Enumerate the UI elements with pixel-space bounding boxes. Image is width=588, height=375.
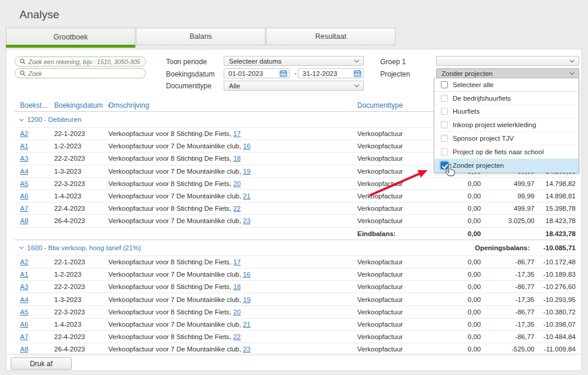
boekstuk-link[interactable]: A3 <box>20 155 28 162</box>
dropdown-item-label: Project op de fiets naar school <box>453 148 544 155</box>
boekstuk-cell: A8 <box>14 346 48 353</box>
tab-resultaat[interactable]: Resultaat <box>266 28 396 45</box>
chevron-down-icon <box>354 58 359 62</box>
invoice-number-link[interactable]: 21 <box>243 321 251 328</box>
boekstuk-link[interactable]: A8 <box>20 346 28 353</box>
account-search-input[interactable] <box>28 58 140 65</box>
documenttype-select[interactable]: Alle <box>224 81 364 91</box>
boekstuk-link[interactable]: A4 <box>20 168 28 175</box>
checkbox-icon[interactable] <box>441 95 448 102</box>
calendar-icon[interactable] <box>280 69 287 77</box>
checkbox-icon[interactable] <box>441 121 448 128</box>
boekstuk-link[interactable]: A6 <box>20 193 28 200</box>
invoice-number-link[interactable]: 20 <box>233 180 241 187</box>
group-title[interactable]: 1200 - Debiteuren <box>14 116 422 123</box>
debet-cell: 0,00 <box>422 333 481 340</box>
calendar-icon[interactable] <box>354 69 361 77</box>
tab-grootboek[interactable]: Grootboek <box>6 28 135 45</box>
omschrijving-cell: Verkoopfactuur voor 7 De Mountainlike cl… <box>102 296 351 303</box>
dropdown-item[interactable]: De bedrijfshuurfiets <box>434 92 579 105</box>
documenttype-cell: Verkoopfactuur <box>351 142 422 150</box>
dropdown-item[interactable]: Project op de fiets naar school <box>434 145 579 159</box>
invoice-number-link[interactable]: 18 <box>233 283 241 290</box>
credit-cell: -17,35 <box>481 321 534 328</box>
boekstuk-link[interactable]: A7 <box>20 205 28 212</box>
boekstuk-cell: A1 <box>14 271 48 278</box>
checkbox-icon[interactable] <box>441 108 448 115</box>
dropdown-item[interactable]: Inkoop project wielerkleding <box>434 118 579 132</box>
invoice-number-link[interactable]: 22 <box>233 205 241 212</box>
credit-cell: -86,77 <box>481 333 534 340</box>
column-header-documenttype[interactable]: Documenttype <box>351 101 422 109</box>
table-row: A722-4-2023Verkoopfactuur voor 8 Stichti… <box>14 331 576 343</box>
general-search-input[interactable] <box>28 70 140 77</box>
boekstuk-link[interactable]: A7 <box>20 333 28 340</box>
dropdown-item[interactable]: Huurfiets <box>434 105 579 119</box>
checkbox-icon[interactable] <box>441 148 448 155</box>
boekstuk-link[interactable]: A5 <box>20 180 28 187</box>
date-to-input[interactable] <box>303 70 350 77</box>
dropdown-item-label: Zonder projecten <box>453 162 504 169</box>
debet-cell: 0,00 <box>422 193 481 200</box>
invoice-number-link[interactable]: 16 <box>243 142 251 150</box>
invoice-number-link[interactable]: 16 <box>243 271 251 278</box>
table-row: A722-4-2023Verkoopfactuur voor 8 Stichti… <box>14 203 576 215</box>
boekstuk-link[interactable]: A4 <box>20 296 28 303</box>
table-row: A522-3-2023Verkoopfactuur voor 8 Stichti… <box>14 306 576 318</box>
boekstuk-link[interactable]: A1 <box>20 142 28 150</box>
boekstuk-link[interactable]: A2 <box>20 130 28 137</box>
general-search-field[interactable] <box>15 68 146 78</box>
documenttype-cell: Verkoopfactuur <box>351 296 422 303</box>
documenttype-cell: Verkoopfactuur <box>351 346 422 353</box>
boekingsdatum-cell: 1-3-2023 <box>48 168 102 175</box>
column-header-omschrijving[interactable]: Omschrijving <box>102 101 351 109</box>
date-to-field[interactable] <box>298 68 364 78</box>
tab-balans[interactable]: Balans <box>136 28 265 45</box>
boekingsdatum-cell: 1-2-2023 <box>48 142 102 150</box>
boekstuk-link[interactable]: A8 <box>20 217 28 224</box>
column-header-boekingsdatum[interactable]: Boekingsdatum <box>48 101 102 109</box>
print-button[interactable]: Druk af <box>11 357 72 370</box>
boekingsdatum-cell: 1-4-2023 <box>48 193 102 200</box>
checkbox-checked-icon[interactable] <box>441 162 448 169</box>
invoice-number-link[interactable]: 17 <box>233 258 241 266</box>
dropdown-item[interactable]: Sponsor project TJV <box>434 132 579 145</box>
omschrijving-cell: Verkoopfactuur voor 7 De Mountainlike cl… <box>102 346 351 353</box>
documenttype-label: Documenttype <box>166 82 211 90</box>
column-header-boekstuk[interactable]: Boekst... <box>14 101 48 109</box>
documenttype-cell: Verkoopfactuur <box>351 130 422 137</box>
documenttype-cell: Verkoopfactuur <box>351 258 422 266</box>
toon-periode-select[interactable]: Selecteer datums <box>224 56 364 66</box>
checkbox-icon[interactable] <box>441 81 448 88</box>
invoice-number-link[interactable]: 18 <box>233 155 241 162</box>
invoice-number-link[interactable]: 22 <box>233 333 241 340</box>
boekstuk-link[interactable]: A3 <box>20 283 28 290</box>
boekstuk-link[interactable]: A1 <box>20 271 28 278</box>
invoice-number-link[interactable]: 20 <box>233 308 241 316</box>
group-header-row: 1600 - Btw verkoop, hoog tarief (21%)Ope… <box>14 240 576 256</box>
omschrijving-cell: Verkoopfactuur voor 7 De Mountainlike cl… <box>102 168 351 175</box>
boekstuk-link[interactable]: A2 <box>20 258 28 266</box>
invoice-number-link[interactable]: 23 <box>243 346 251 353</box>
invoice-number-link[interactable]: 19 <box>243 296 251 303</box>
account-search-field[interactable] <box>15 57 146 67</box>
boekstuk-link[interactable]: A5 <box>20 308 28 316</box>
invoice-number-link[interactable]: 21 <box>243 193 251 200</box>
dropdown-item[interactable]: Selecteer alle <box>434 78 579 92</box>
invoice-number-link[interactable]: 19 <box>243 168 251 175</box>
boekstuk-link[interactable]: A6 <box>20 321 28 328</box>
checkbox-icon[interactable] <box>441 135 448 142</box>
date-from-input[interactable] <box>228 70 275 77</box>
boekingsdatum-cell: 22-3-2023 <box>48 180 102 187</box>
groep1-select[interactable] <box>436 56 579 66</box>
invoice-number-link[interactable]: 17 <box>233 130 241 137</box>
invoice-number-link[interactable]: 23 <box>243 217 251 224</box>
credit-cell: -17,35 <box>481 271 534 278</box>
dropdown-item-label: Huurfiets <box>453 108 480 115</box>
dropdown-item[interactable]: Zonder projecten <box>434 159 579 172</box>
group-title[interactable]: 1600 - Btw verkoop, hoog tarief (21%) <box>14 244 422 251</box>
date-from-field[interactable] <box>224 68 290 78</box>
eindbalans-debet: 0,00 <box>422 230 481 237</box>
documenttype-cell: Verkoopfactuur <box>351 308 422 316</box>
projecten-select[interactable]: Zonder projecten <box>436 68 579 78</box>
